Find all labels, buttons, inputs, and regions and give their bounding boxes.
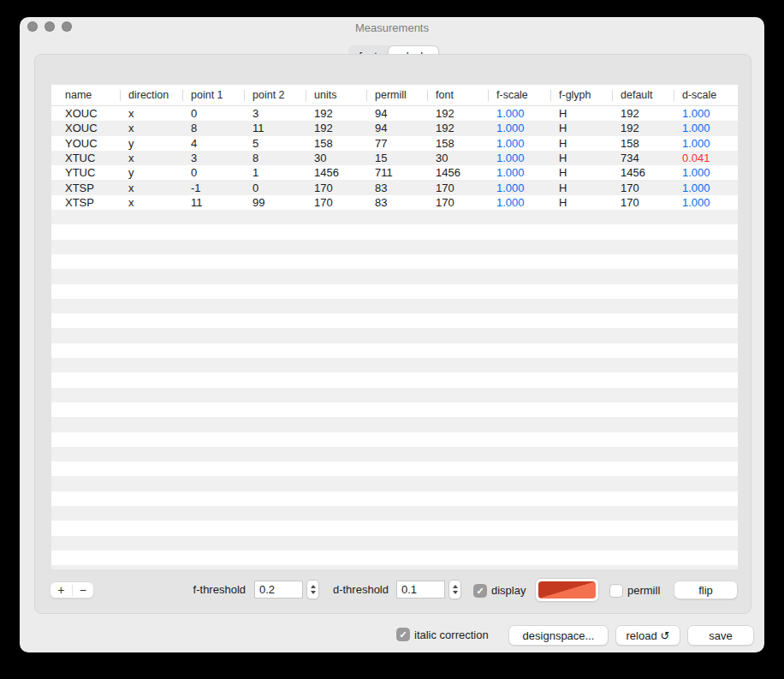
cell-d-scale: 1.000 [674, 136, 738, 151]
reload-icon: ↺ [661, 629, 670, 642]
cell-f-scale: 1.000 [488, 106, 550, 121]
cell-f-scale: 1.000 [488, 165, 550, 180]
cell-point-1: 4 [182, 136, 244, 151]
cell-units: 192 [306, 121, 366, 135]
f-threshold-label: f-threshold [188, 583, 246, 597]
cell-name: XTSP [51, 180, 120, 194]
table-header: namedirectionpoint 1point 2unitspermillf… [51, 85, 738, 106]
column-header-direction[interactable]: direction [120, 85, 182, 105]
remove-row-button[interactable]: − [73, 582, 94, 598]
save-button[interactable]: save [687, 625, 754, 646]
cell-default: 734 [612, 151, 674, 165]
cell-font: 170 [427, 180, 488, 194]
column-header-f-scale[interactable]: f-scale [488, 85, 550, 105]
cell-d-scale: 1.000 [674, 121, 738, 135]
permill-checkbox[interactable]: ✓ [609, 584, 623, 598]
cell-units: 192 [306, 106, 366, 121]
table-row[interactable]: XOUCx811192941921.000H1921.000 [51, 121, 738, 135]
cell-f-glyph: H [550, 165, 612, 180]
f-threshold-input[interactable] [254, 581, 303, 599]
cell-name: YTUC [51, 165, 120, 180]
cell-permill: 94 [366, 106, 427, 121]
stepper-down-icon [453, 591, 458, 594]
cell-units: 158 [306, 136, 366, 151]
cell-f-scale: 1.000 [488, 136, 550, 151]
cell-f-glyph: H [550, 180, 612, 194]
column-header-permill[interactable]: permill [366, 85, 427, 105]
cell-default: 1456 [612, 165, 674, 180]
check-icon: ✓ [476, 584, 484, 598]
cell-d-scale: 1.000 [674, 180, 738, 194]
column-header-d-scale[interactable]: d-scale [674, 85, 738, 105]
table-row[interactable]: YOUCy45158771581.000H1581.000 [51, 136, 738, 151]
cell-font: 30 [427, 151, 488, 165]
stepper-up-icon [311, 585, 316, 588]
reload-button[interactable]: reload ↺ [615, 625, 680, 646]
cell-font: 170 [427, 195, 488, 210]
column-header-units[interactable]: units [306, 85, 366, 105]
cell-name: XTUC [51, 151, 120, 165]
title-bar: Measurements [21, 18, 763, 37]
cell-units: 30 [306, 151, 366, 165]
cell-point-1: 8 [182, 121, 244, 135]
table-row[interactable]: YTUCy01145671114561.000H14561.000 [51, 165, 738, 180]
column-header-f-glyph[interactable]: f-glyph [550, 85, 612, 105]
cell-default: 192 [612, 106, 674, 121]
f-threshold-stepper[interactable] [306, 580, 319, 599]
table-row[interactable]: XOUCx03192941921.000H1921.000 [51, 106, 738, 121]
cell-f-scale: 1.000 [488, 195, 550, 210]
cell-point-1: 0 [182, 165, 244, 180]
column-header-point-2[interactable]: point 2 [244, 85, 306, 105]
cell-point-2: 11 [244, 121, 306, 135]
cell-name: XTSP [51, 195, 120, 210]
measurements-window: Measurements font glyph namedirectionpoi… [20, 17, 764, 652]
cell-point-2: 99 [244, 195, 306, 210]
cell-point-1: 3 [182, 151, 244, 165]
cell-units: 1456 [306, 165, 366, 180]
d-threshold-input[interactable] [396, 581, 445, 599]
cell-permill: 94 [366, 121, 427, 135]
italic-correction-label: italic correction [414, 628, 489, 642]
cell-f-glyph: H [550, 121, 612, 135]
stepper-down-icon [311, 591, 316, 594]
permill-label: permill [627, 584, 660, 598]
table-body[interactable]: XOUCx03192941921.000H1921.000XOUCx811192… [51, 106, 738, 569]
flip-button[interactable]: flip [674, 581, 738, 599]
cell-f-scale: 1.000 [488, 121, 550, 135]
cell-point-2: 5 [244, 136, 306, 151]
table-row[interactable]: XTSPx1199170831701.000H1701.000 [51, 195, 738, 210]
table-row[interactable]: XTUCx383015301.000H7340.041 [51, 151, 738, 165]
table-row[interactable]: XTSPx-10170831701.000H1701.000 [51, 180, 738, 194]
cell-name: XOUC [51, 106, 120, 121]
designspace-button[interactable]: designspace... [508, 625, 609, 646]
window-title: Measurements [21, 18, 763, 37]
cell-default: 158 [612, 136, 674, 151]
cell-f-scale: 1.000 [488, 151, 550, 165]
color-well[interactable] [535, 578, 599, 602]
cell-name: YOUC [51, 136, 120, 151]
cell-permill: 77 [366, 136, 427, 151]
color-swatch [538, 581, 596, 599]
cell-font: 158 [427, 136, 488, 151]
cell-direction: x [120, 106, 182, 121]
cell-f-glyph: H [550, 151, 612, 165]
display-label: display [491, 584, 526, 598]
italic-correction-checkbox[interactable]: ✓ [396, 628, 410, 641]
cell-point-1: 11 [182, 195, 244, 210]
cell-d-scale: 1.000 [674, 165, 738, 180]
d-threshold-stepper[interactable] [448, 580, 461, 599]
column-header-default[interactable]: default [612, 85, 674, 105]
cell-point-2: 8 [244, 151, 306, 165]
cell-font: 192 [427, 121, 488, 135]
cell-default: 170 [612, 180, 674, 194]
column-header-font[interactable]: font [427, 85, 488, 105]
cell-d-scale: 1.000 [674, 195, 738, 210]
cell-font: 192 [427, 106, 488, 121]
display-checkbox[interactable]: ✓ [473, 584, 487, 598]
cell-direction: x [120, 151, 182, 165]
cell-permill: 711 [366, 165, 427, 180]
measurements-panel: namedirectionpoint 1point 2unitspermillf… [34, 54, 751, 614]
add-row-button[interactable]: + [50, 582, 72, 598]
column-header-name[interactable]: name [51, 85, 120, 105]
column-header-point-1[interactable]: point 1 [182, 85, 244, 105]
